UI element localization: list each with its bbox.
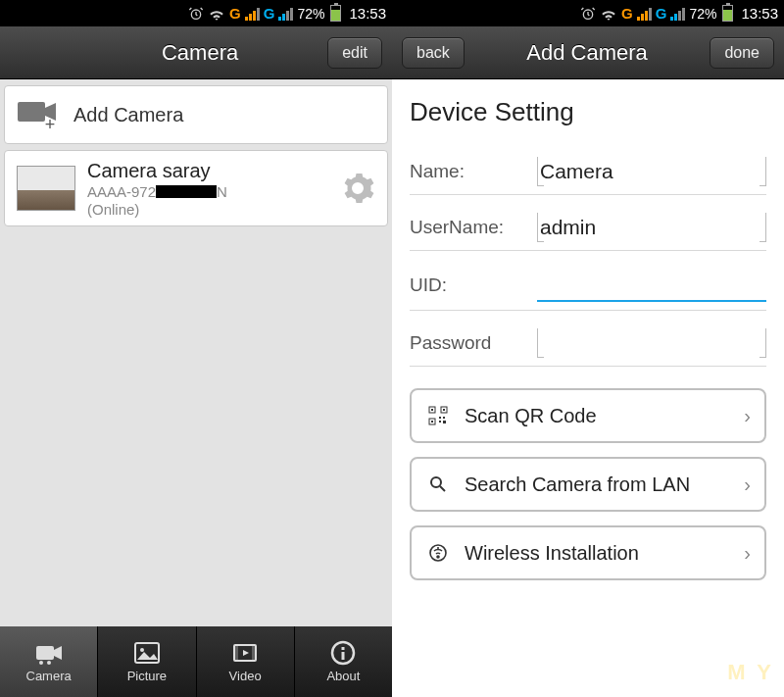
nav-camera[interactable]: Camera: [0, 626, 98, 697]
status-bar: G G 72% 13:53: [392, 0, 784, 26]
svg-text:+: +: [45, 115, 56, 131]
battery-percent: 72%: [689, 6, 716, 22]
nav-about-label: About: [326, 669, 360, 683]
status-time: 13:53: [349, 5, 386, 22]
nav-camera-label: Camera: [26, 669, 72, 683]
wifi-icon: [208, 7, 225, 21]
svg-rect-9: [234, 645, 238, 661]
svg-rect-10: [252, 645, 256, 661]
svg-rect-3: [36, 646, 54, 660]
scan-qr-label: Scan QR Code: [465, 405, 744, 427]
scan-qr-button[interactable]: Scan QR Code ›: [410, 388, 766, 443]
svg-point-5: [47, 661, 51, 665]
battery-icon: [722, 5, 733, 22]
chevron-right-icon: ›: [744, 473, 751, 496]
screen-camera-list: G G 72% 13:53 Camera edit + Add Camera: [0, 0, 392, 697]
nav-video[interactable]: Video: [197, 626, 295, 697]
name-input[interactable]: [538, 156, 765, 187]
page-title: Add Camera: [465, 40, 710, 66]
bottom-nav: Camera Picture Video About: [0, 626, 392, 697]
wireless-icon: [425, 543, 451, 563]
page-title: Camera: [73, 40, 327, 66]
chevron-right-icon: ›: [744, 405, 751, 427]
camera-icon: [34, 640, 64, 666]
edit-button[interactable]: edit: [327, 37, 382, 69]
section-title: Device Setting: [410, 97, 766, 127]
svg-rect-12: [342, 647, 345, 650]
svg-point-27: [437, 556, 439, 558]
svg-rect-19: [443, 409, 445, 411]
video-icon: [230, 640, 260, 666]
svg-rect-1: [18, 102, 45, 122]
password-label: Password: [410, 332, 537, 354]
back-button[interactable]: back: [402, 37, 465, 69]
password-input-wrap: [537, 328, 766, 358]
username-input[interactable]: [538, 212, 765, 243]
name-input-wrap: [537, 157, 766, 186]
uid-label: UID:: [410, 274, 537, 296]
status-time: 13:53: [741, 5, 778, 22]
wifi-icon: [600, 7, 617, 21]
nav-video-label: Video: [229, 669, 262, 683]
svg-point-25: [431, 477, 441, 487]
camera-plus-icon: +: [17, 98, 60, 131]
network-g-1: G: [621, 5, 633, 22]
svg-rect-24: [443, 421, 446, 423]
signal-bars-2: [278, 7, 293, 21]
battery-percent: 72%: [297, 6, 324, 22]
watermark: M Y: [727, 660, 774, 685]
svg-point-4: [39, 661, 43, 665]
nav-picture-label: Picture: [127, 669, 167, 683]
password-input[interactable]: [538, 327, 765, 359]
name-label: Name:: [410, 161, 537, 182]
battery-icon: [330, 5, 341, 22]
svg-point-7: [140, 648, 144, 652]
signal-bars-1: [637, 7, 652, 21]
status-bar: G G 72% 13:53: [0, 0, 392, 26]
add-camera-row[interactable]: + Add Camera: [4, 85, 388, 144]
camera-uid-suffix: N: [217, 183, 227, 200]
uid-input-wrap: [537, 269, 766, 302]
header-bar: back Add Camera done: [392, 26, 784, 79]
nav-about[interactable]: About: [295, 626, 392, 697]
camera-thumbnail: [17, 166, 75, 211]
header-bar: Camera edit: [0, 26, 392, 79]
camera-info: Camera saray AAAA-972N (Online): [87, 160, 328, 218]
svg-rect-13: [342, 652, 345, 660]
username-label: UserName:: [410, 217, 537, 238]
screen-add-camera: G G 72% 13:53 back Add Camera done Devic…: [392, 0, 784, 697]
svg-rect-20: [431, 421, 433, 423]
chevron-right-icon: ›: [744, 542, 751, 565]
actions-group: Scan QR Code › Search Camera from LAN › …: [410, 388, 766, 580]
field-name: Name:: [410, 149, 766, 195]
svg-rect-18: [431, 409, 433, 411]
camera-status: (Online): [87, 201, 328, 218]
alarm-icon: [188, 6, 204, 22]
qr-icon: [425, 406, 451, 425]
wireless-label: Wireless Installation: [465, 542, 744, 565]
done-button[interactable]: done: [710, 37, 774, 69]
field-uid: UID:: [410, 261, 766, 311]
alarm-icon: [580, 6, 596, 22]
add-camera-label: Add Camera: [74, 104, 183, 126]
camera-uid-line: AAAA-972N: [87, 183, 328, 200]
wireless-install-button[interactable]: Wireless Installation ›: [410, 525, 766, 580]
signal-bars-1: [245, 7, 260, 21]
signal-bars-2: [670, 7, 685, 21]
search-lan-button[interactable]: Search Camera from LAN ›: [410, 457, 766, 512]
about-icon: [328, 640, 358, 666]
search-lan-label: Search Camera from LAN: [465, 473, 744, 496]
camera-list-item[interactable]: Camera saray AAAA-972N (Online): [4, 150, 388, 226]
field-username: UserName:: [410, 205, 766, 251]
uid-input[interactable]: [537, 269, 766, 300]
camera-list-content: + Add Camera Camera saray AAAA-972N (Onl…: [0, 79, 392, 626]
svg-rect-22: [443, 417, 445, 419]
network-g-2: G: [264, 5, 275, 22]
field-password: Password: [410, 321, 766, 367]
device-setting-form: Device Setting Name: UserName: UID:: [392, 79, 784, 697]
gear-icon[interactable]: [340, 171, 375, 206]
network-g-2: G: [656, 5, 667, 22]
nav-picture[interactable]: Picture: [98, 626, 196, 697]
network-g-1: G: [229, 5, 241, 22]
svg-rect-23: [439, 421, 441, 423]
